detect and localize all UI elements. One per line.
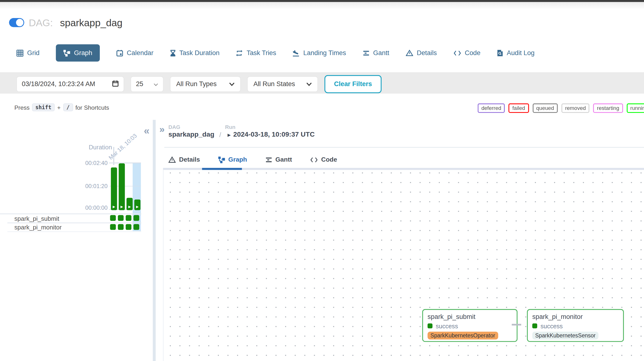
tab-label: Gantt [373, 49, 390, 57]
tab-label: Details [179, 156, 200, 164]
legend-badge-queued[interactable]: queued [532, 103, 558, 113]
task-state-text: success [436, 323, 458, 330]
hourglass-icon [170, 49, 176, 56]
dag-run-bar[interactable]: ▶ [119, 163, 125, 210]
task-instance-success[interactable] [118, 215, 124, 221]
task-instance-success[interactable] [110, 224, 116, 230]
task-instance-success[interactable] [118, 224, 124, 230]
task-instance-success[interactable] [126, 215, 132, 221]
ytick-label: 00:01:20 [82, 183, 108, 189]
task-node-title: spark_pi_submit [428, 313, 512, 320]
expand-panel-icon[interactable]: » [159, 125, 164, 134]
task-node-title: spark_pi_monitor [532, 313, 618, 320]
breadcrumb-run-label: Run [225, 124, 235, 130]
tab-label: Graph [228, 156, 247, 164]
tab-label: Task Tries [247, 49, 276, 57]
shortcuts-text: Press [14, 104, 30, 111]
run-detail-panel: » DAG sparkapp_dag / Run ▶ 2024-03-18, 1… [158, 120, 644, 361]
collapse-panel-icon[interactable]: « [144, 126, 150, 136]
tab-grid[interactable]: Grid [16, 49, 40, 57]
legend-badge-restarting[interactable]: restarting [593, 103, 623, 113]
page-size-select[interactable]: 25 [131, 76, 164, 92]
run-play-icon: ▶ [134, 204, 140, 209]
tab-label: Code [321, 156, 337, 164]
grid-icon [16, 49, 23, 56]
graph-canvas[interactable]: spark_pi_submit success SparkKubernetesO… [163, 170, 644, 361]
tab-label: Calendar [127, 49, 154, 57]
tab-details[interactable]: Details [406, 49, 437, 57]
success-state-icon [428, 324, 432, 328]
tab-calendar[interactable]: Calendar [116, 49, 153, 57]
task-instance-success[interactable] [110, 215, 116, 221]
task-instance-success[interactable] [134, 224, 139, 230]
tab-gantt[interactable]: Gantt [362, 49, 389, 57]
header-shadow [0, 2, 644, 10]
triangle-icon [406, 50, 413, 56]
divider [164, 147, 644, 148]
tab-gantt[interactable]: Gantt [265, 156, 292, 164]
tab-landing-times[interactable]: Landing Times [293, 49, 346, 57]
graph-icon [218, 156, 225, 163]
window-top-strip [0, 0, 644, 2]
tab-code[interactable]: Code [310, 156, 337, 164]
task-node-spark-pi-submit[interactable]: spark_pi_submit success SparkKubernetesO… [422, 309, 518, 342]
tab-audit-log[interactable]: Audit Log [497, 49, 534, 57]
task-row-label[interactable]: spark_pi_monitor [14, 224, 62, 231]
grid-panel: « [0, 120, 153, 361]
task-row-label[interactable]: spark_pi_submit [14, 215, 59, 222]
legend-badge-deferred[interactable]: deferred [478, 103, 505, 113]
tab-code[interactable]: Code [453, 49, 480, 57]
run-play-icon: ▶ [119, 204, 125, 209]
gridline [109, 163, 141, 163]
run-date-tick [113, 147, 114, 165]
task-node-spark-pi-monitor[interactable]: spark_pi_monitor success SparkKubernetes… [527, 309, 624, 342]
calendar-picker-icon[interactable] [112, 80, 119, 88]
base-date-input[interactable]: 03/18/2024, 10:23:24 AM [16, 76, 124, 92]
clear-filters-button[interactable]: Clear Filters [324, 75, 382, 93]
dag-run-bar[interactable]: ▶ [126, 198, 133, 210]
base-date-value: 03/18/2024, 10:23:24 AM [22, 80, 95, 88]
run-states-value: All Run States [254, 80, 295, 88]
success-state-icon [532, 324, 537, 328]
repeat-icon [236, 49, 243, 56]
gantt-icon [265, 156, 272, 163]
divider [8, 222, 141, 223]
run-play-icon: ▶ [126, 204, 133, 209]
task-instance-success[interactable] [126, 224, 132, 230]
dag-run-bar[interactable]: ▶ [111, 167, 117, 210]
legend-badge-running[interactable]: running [627, 103, 644, 113]
tab-task-duration[interactable]: Task Duration [170, 49, 220, 57]
chevron-down-icon [154, 80, 158, 88]
divider [8, 231, 141, 232]
run-states-select[interactable]: All Run States [247, 76, 318, 92]
tab-label: Task Duration [179, 49, 220, 57]
breadcrumb-separator: / [219, 131, 221, 139]
shortcuts-hint: Press shift + / for Shortcuts [14, 103, 109, 111]
state-legend: deferredfailedqueuedremovedrestartingrun… [478, 103, 644, 113]
run-panel-tabs: DetailsGraphGanttCode [168, 153, 337, 167]
operator-pill: SparkKubernetesSensor [532, 332, 598, 339]
code-icon [310, 157, 318, 163]
chevron-down-icon [306, 80, 312, 88]
page-size-value: 25 [136, 80, 143, 88]
run-caret-icon: ▶ [228, 132, 230, 137]
run-types-select[interactable]: All Run Types [170, 76, 241, 92]
panel-resize-handle[interactable] [153, 120, 156, 361]
task-instance-success[interactable] [134, 215, 139, 221]
breadcrumb-run-value[interactable]: 2024-03-18, 10:09:37 UTC [233, 131, 314, 138]
tab-details[interactable]: Details [168, 156, 200, 164]
tab-label: Gantt [275, 156, 292, 164]
dag-pause-toggle[interactable] [9, 18, 24, 27]
shortcuts-text-suffix: for Shortcuts [75, 104, 109, 111]
task-edge [512, 324, 521, 326]
legend-badge-removed[interactable]: removed [562, 103, 590, 113]
task-state-text: success [540, 323, 563, 330]
breadcrumb-dag-name[interactable]: sparkapp_dag [168, 131, 214, 138]
gantt-icon [362, 49, 370, 56]
run-types-value: All Run Types [176, 80, 216, 88]
tab-graph[interactable]: Graph [56, 44, 100, 61]
tab-task-tries[interactable]: Task Tries [236, 49, 276, 57]
legend-badge-failed[interactable]: failed [509, 103, 529, 113]
dag-run-bar[interactable]: ▶ [134, 199, 140, 210]
tab-graph[interactable]: Graph [218, 156, 247, 164]
